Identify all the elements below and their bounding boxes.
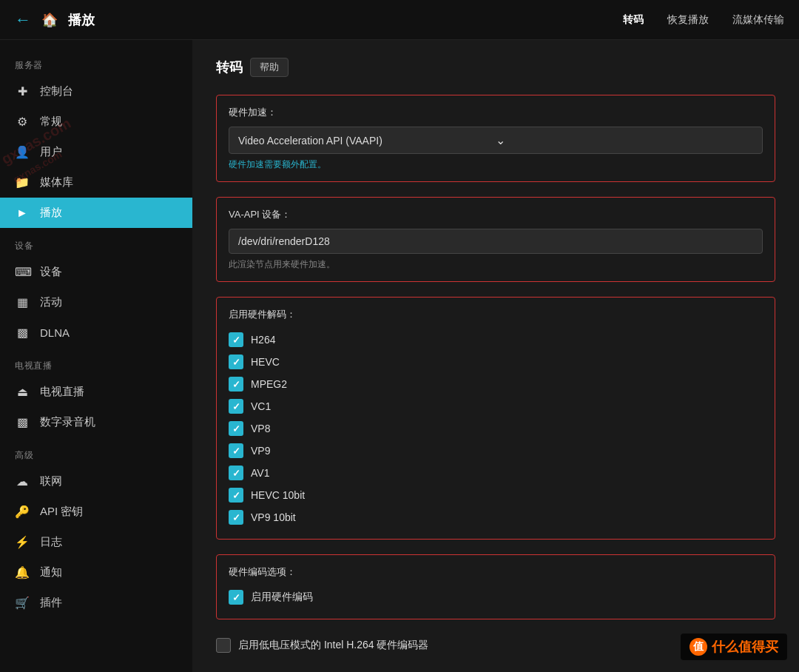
back-button[interactable]: ←	[15, 10, 31, 30]
bell-icon: 🔔	[15, 565, 30, 579]
gear-icon: ⚙	[15, 115, 30, 129]
checkbox-icon-av1: ✓	[229, 466, 243, 480]
hardware-accel-hint[interactable]: 硬件加速需要额外配置。	[229, 158, 763, 171]
section-label-advanced: 高级	[0, 437, 192, 466]
sidebar-item-devices[interactable]: ⌨ 设备	[0, 257, 192, 287]
page-title: 播放	[68, 11, 95, 29]
sidebar-label-logs: 日志	[40, 535, 62, 549]
vaapi-device-section: VA-API 设备： /dev/dri/renderD128 此渲染节点用来硬件…	[216, 197, 775, 282]
checkbox-label-av1: AV1	[251, 467, 269, 479]
checkbox-icon-mpeg2: ✓	[229, 377, 243, 392]
sidebar-label-activity: 活动	[40, 295, 62, 309]
vaapi-device-input[interactable]: /dev/dri/renderD128	[229, 229, 763, 254]
nav-transcode[interactable]: 转码	[623, 13, 644, 27]
sidebar-item-dlna[interactable]: ▩ DLNA	[0, 317, 192, 348]
checkbox-label-hevc10bit: HEVC 10bit	[251, 489, 305, 501]
hardware-accel-label: 硬件加速：	[229, 106, 763, 119]
checkbox-hevc10bit[interactable]: ✓ HEVC 10bit	[229, 484, 763, 506]
checkbox-vc1[interactable]: ✓ VC1	[229, 395, 763, 417]
help-button[interactable]: 帮助	[250, 58, 289, 77]
section-label-livetv: 电视直播	[0, 348, 192, 377]
tab-transcode[interactable]: 转码	[216, 58, 243, 76]
hardware-accel-value: Video Acceleration API (VAAPI)	[238, 135, 496, 147]
checkbox-icon-intel-lowpower	[216, 638, 231, 653]
sidebar-item-livetv[interactable]: ⏏ 电视直播	[0, 377, 192, 407]
tv-icon: ⏏	[15, 385, 30, 399]
checkbox-av1[interactable]: ✓ AV1	[229, 462, 763, 484]
checkbox-icon-hevc: ✓	[229, 355, 243, 369]
home-button[interactable]: 🏠	[41, 12, 58, 28]
sidebar-item-notifications[interactable]: 🔔 通知	[0, 557, 192, 588]
checkbox-label-vp9: VP9	[251, 445, 270, 457]
sidebar-label-library: 媒体库	[40, 175, 73, 189]
monitor-icon: ⌨	[15, 265, 30, 279]
sidebar-label-devices: 设备	[40, 265, 62, 279]
sidebar-label-dlna: DLNA	[40, 326, 70, 339]
section-label-devices: 设备	[0, 228, 192, 257]
sidebar-item-general[interactable]: ⚙ 常规	[0, 107, 192, 137]
checkbox-label-mpeg2: MPEG2	[251, 378, 287, 390]
sidebar-label-livetv: 电视直播	[40, 385, 84, 399]
badge-icon: 值	[690, 638, 707, 656]
checkbox-vp9[interactable]: ✓ VP9	[229, 440, 763, 462]
hardware-accel-select[interactable]: Video Acceleration API (VAAPI) ⌄	[229, 127, 763, 154]
hw-encode-section: 硬件编码选项： ✓ 启用硬件编码	[216, 554, 775, 619]
top-header: ← 🏠 播放 转码 恢复播放 流媒体传输	[0, 0, 799, 40]
hw-decode-label: 启用硬件解码：	[229, 308, 763, 321]
sidebar-label-general: 常规	[40, 115, 62, 129]
checkbox-label-h264: H264	[251, 334, 275, 346]
checkbox-label-intel-lowpower: 启用低电压模式的 Intel H.264 硬件编码器	[238, 639, 429, 652]
vaapi-device-hint: 此渲染节点用来硬件加速。	[229, 258, 763, 271]
cloud-icon: ☁	[15, 474, 30, 488]
sidebar-item-networking[interactable]: ☁ 联网	[0, 466, 192, 497]
chevron-down-icon: ⌄	[496, 133, 753, 147]
sidebar-item-api-keys[interactable]: 🔑 API 密钥	[0, 497, 192, 527]
checkbox-icon-vp910bit: ✓	[229, 510, 243, 525]
checkbox-mpeg2[interactable]: ✓ MPEG2	[229, 373, 763, 395]
checkbox-label-enable-hw-encode: 启用硬件编码	[251, 591, 313, 604]
checkbox-label-vp910bit: VP9 10bit	[251, 511, 296, 523]
sidebar-item-logs[interactable]: ⚡ 日志	[0, 527, 192, 557]
hw-decode-section: 启用硬件解码： ✓ H264 ✓ HEVC ✓ MPEG2 ✓ VC1 ✓ VP…	[216, 297, 775, 540]
nav-streaming[interactable]: 流媒体传输	[732, 13, 784, 27]
dlna-icon: ▩	[15, 326, 30, 340]
checkbox-icon-hevc10bit: ✓	[229, 488, 243, 503]
content-tabs: 转码 帮助	[216, 58, 775, 77]
nav-resume[interactable]: 恢复播放	[667, 13, 709, 27]
cart-icon: 🛒	[15, 596, 30, 610]
key-icon: 🔑	[15, 505, 30, 519]
content-area: 转码 帮助 硬件加速： Video Acceleration API (VAAP…	[192, 40, 799, 672]
checkbox-enable-hw-encode[interactable]: ✓ 启用硬件编码	[229, 586, 763, 608]
sidebar-item-console[interactable]: ✚ 控制台	[0, 76, 192, 107]
checkbox-label-vc1: VC1	[251, 400, 271, 412]
sidebar-label-api-keys: API 密钥	[40, 505, 83, 519]
logs-icon: ⚡	[15, 535, 30, 549]
sidebar-item-users[interactable]: 👤 用户	[0, 137, 192, 167]
section-label-server: 服务器	[0, 47, 192, 76]
user-icon: 👤	[15, 145, 30, 159]
sidebar-label-networking: 联网	[40, 474, 62, 488]
sidebar-label-users: 用户	[40, 145, 62, 159]
badge-label: 什么值得买	[712, 638, 778, 656]
sidebar-item-activity[interactable]: ▦ 活动	[0, 287, 192, 317]
checkbox-label-vp8: VP8	[251, 423, 270, 434]
grid-icon: ✚	[15, 84, 30, 98]
folder-icon: 📁	[15, 175, 30, 189]
checkbox-h264[interactable]: ✓ H264	[229, 329, 763, 351]
checkbox-icon-h264: ✓	[229, 332, 243, 347]
bottom-badge: 值 什么值得买	[681, 634, 787, 660]
sidebar-label-notifications: 通知	[40, 565, 62, 579]
sidebar-item-dvr[interactable]: ▩ 数字录音机	[0, 407, 192, 437]
sidebar-item-playback[interactable]: ► 播放	[0, 198, 192, 228]
sidebar-label-console: 控制台	[40, 84, 73, 98]
sidebar-item-library[interactable]: 📁 媒体库	[0, 167, 192, 198]
top-nav: 转码 恢复播放 流媒体传输	[623, 13, 784, 27]
hw-encode-label: 硬件编码选项：	[229, 565, 763, 579]
sidebar-item-plugins[interactable]: 🛒 插件	[0, 588, 192, 618]
dvr-icon: ▩	[15, 415, 30, 429]
activity-icon: ▦	[15, 295, 30, 309]
checkbox-vp8[interactable]: ✓ VP8	[229, 417, 763, 440]
vaapi-device-label: VA-API 设备：	[229, 208, 763, 221]
checkbox-hevc[interactable]: ✓ HEVC	[229, 351, 763, 373]
checkbox-vp910bit[interactable]: ✓ VP9 10bit	[229, 506, 763, 528]
